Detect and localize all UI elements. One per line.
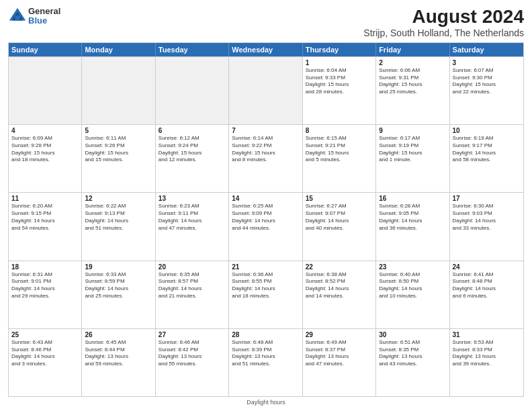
cal-cell: 20Sunrise: 6:35 AM Sunset: 8:57 PM Dayli… <box>156 261 229 328</box>
cell-info: Sunrise: 6:48 AM Sunset: 8:39 PM Dayligh… <box>232 339 299 368</box>
cell-info: Sunrise: 6:40 AM Sunset: 8:50 PM Dayligh… <box>379 271 446 300</box>
cal-cell: 4Sunrise: 6:09 AM Sunset: 9:28 PM Daylig… <box>9 125 82 192</box>
cal-cell: 13Sunrise: 6:23 AM Sunset: 9:11 PM Dayli… <box>156 193 229 260</box>
cal-cell: 30Sunrise: 6:51 AM Sunset: 8:35 PM Dayli… <box>376 329 449 396</box>
cell-info: Sunrise: 6:53 AM Sunset: 8:33 PM Dayligh… <box>453 339 521 368</box>
day-number: 31 <box>453 331 521 338</box>
cell-info: Sunrise: 6:25 AM Sunset: 9:09 PM Dayligh… <box>232 203 299 232</box>
cal-cell: 11Sunrise: 6:20 AM Sunset: 9:15 PM Dayli… <box>9 193 82 260</box>
day-number: 11 <box>11 195 79 202</box>
day-number: 24 <box>453 263 521 271</box>
cell-info: Sunrise: 6:51 AM Sunset: 8:35 PM Dayligh… <box>379 339 446 368</box>
cell-info: Sunrise: 6:35 AM Sunset: 8:57 PM Dayligh… <box>159 271 226 300</box>
footer-note: Daylight hours <box>8 399 524 406</box>
cell-info: Sunrise: 6:31 AM Sunset: 9:01 PM Dayligh… <box>11 271 79 300</box>
logo-icon <box>8 7 27 26</box>
day-number: 12 <box>85 195 152 202</box>
cal-cell: 27Sunrise: 6:46 AM Sunset: 8:42 PM Dayli… <box>156 329 229 396</box>
cal-cell: 19Sunrise: 6:33 AM Sunset: 8:59 PM Dayli… <box>82 261 155 328</box>
page: General Blue August 2024 Strijp, South H… <box>0 0 532 411</box>
cell-info: Sunrise: 6:04 AM Sunset: 9:33 PM Dayligh… <box>306 67 373 96</box>
cal-cell: 23Sunrise: 6:40 AM Sunset: 8:50 PM Dayli… <box>376 261 449 328</box>
page-title: August 2024 <box>363 7 524 28</box>
cal-cell: 12Sunrise: 6:22 AM Sunset: 9:13 PM Dayli… <box>82 193 155 260</box>
cal-cell: 17Sunrise: 6:30 AM Sunset: 9:03 PM Dayli… <box>450 193 523 260</box>
cell-info: Sunrise: 6:11 AM Sunset: 9:26 PM Dayligh… <box>85 135 152 164</box>
day-number: 20 <box>159 263 226 271</box>
cal-cell: 10Sunrise: 6:19 AM Sunset: 9:17 PM Dayli… <box>450 125 523 192</box>
cal-cell: 2Sunrise: 6:06 AM Sunset: 9:31 PM Daylig… <box>376 57 449 124</box>
day-number: 10 <box>453 127 521 134</box>
cal-cell: 7Sunrise: 6:14 AM Sunset: 9:22 PM Daylig… <box>229 125 302 192</box>
cal-cell: 18Sunrise: 6:31 AM Sunset: 9:01 PM Dayli… <box>9 261 82 328</box>
day-number: 27 <box>159 331 226 338</box>
cell-info: Sunrise: 6:23 AM Sunset: 9:11 PM Dayligh… <box>159 203 226 232</box>
cell-info: Sunrise: 6:06 AM Sunset: 9:31 PM Dayligh… <box>379 67 446 96</box>
day-number: 16 <box>379 195 446 202</box>
day-number: 26 <box>85 331 152 338</box>
cell-info: Sunrise: 6:14 AM Sunset: 9:22 PM Dayligh… <box>232 135 299 164</box>
day-number: 3 <box>453 59 521 66</box>
cell-info: Sunrise: 6:41 AM Sunset: 8:48 PM Dayligh… <box>453 271 521 300</box>
cal-cell: 31Sunrise: 6:53 AM Sunset: 8:33 PM Dayli… <box>450 329 523 396</box>
cal-row-1: 4Sunrise: 6:09 AM Sunset: 9:28 PM Daylig… <box>9 124 523 192</box>
header: General Blue August 2024 Strijp, South H… <box>8 7 524 38</box>
calendar-body: 1Sunrise: 6:04 AM Sunset: 9:33 PM Daylig… <box>9 56 523 396</box>
cell-info: Sunrise: 6:28 AM Sunset: 9:05 PM Dayligh… <box>379 203 446 232</box>
cell-info: Sunrise: 6:19 AM Sunset: 9:17 PM Dayligh… <box>453 135 521 164</box>
day-number: 25 <box>11 331 79 338</box>
cal-cell: 9Sunrise: 6:17 AM Sunset: 9:19 PM Daylig… <box>376 125 449 192</box>
cal-cell: 24Sunrise: 6:41 AM Sunset: 8:48 PM Dayli… <box>450 261 523 328</box>
cal-cell: 29Sunrise: 6:49 AM Sunset: 8:37 PM Dayli… <box>303 329 376 396</box>
title-block: August 2024 Strijp, South Holland, The N… <box>363 7 524 38</box>
day-number: 5 <box>85 127 152 134</box>
cal-header-cell-tuesday: Tuesday <box>156 43 229 56</box>
day-number: 21 <box>232 263 299 271</box>
cal-cell: 6Sunrise: 6:12 AM Sunset: 9:24 PM Daylig… <box>156 125 229 192</box>
cal-header-cell-sunday: Sunday <box>9 43 82 56</box>
cell-info: Sunrise: 6:36 AM Sunset: 8:55 PM Dayligh… <box>232 271 299 300</box>
logo-text: General Blue <box>28 7 60 26</box>
cal-cell: 14Sunrise: 6:25 AM Sunset: 9:09 PM Dayli… <box>229 193 302 260</box>
logo-line1: General <box>28 7 60 16</box>
day-number: 19 <box>85 263 152 271</box>
cell-info: Sunrise: 6:12 AM Sunset: 9:24 PM Dayligh… <box>159 135 226 164</box>
day-number: 23 <box>379 263 446 271</box>
cal-cell <box>9 57 82 124</box>
svg-rect-2 <box>15 15 19 20</box>
cal-header-cell-thursday: Thursday <box>303 43 376 56</box>
day-number: 13 <box>159 195 226 202</box>
cell-info: Sunrise: 6:27 AM Sunset: 9:07 PM Dayligh… <box>306 203 373 232</box>
day-number: 29 <box>306 331 373 338</box>
cal-cell: 16Sunrise: 6:28 AM Sunset: 9:05 PM Dayli… <box>376 193 449 260</box>
cal-cell: 28Sunrise: 6:48 AM Sunset: 8:39 PM Dayli… <box>229 329 302 396</box>
day-number: 22 <box>306 263 373 271</box>
day-number: 28 <box>232 331 299 338</box>
cell-info: Sunrise: 6:09 AM Sunset: 9:28 PM Dayligh… <box>11 135 79 164</box>
day-number: 6 <box>159 127 226 134</box>
cal-cell <box>156 57 229 124</box>
day-number: 7 <box>232 127 299 134</box>
cal-header-cell-monday: Monday <box>82 43 155 56</box>
cell-info: Sunrise: 6:15 AM Sunset: 9:21 PM Dayligh… <box>306 135 373 164</box>
cell-info: Sunrise: 6:43 AM Sunset: 8:46 PM Dayligh… <box>11 339 79 368</box>
cal-cell <box>82 57 155 124</box>
page-subtitle: Strijp, South Holland, The Netherlands <box>363 28 524 38</box>
cal-cell: 5Sunrise: 6:11 AM Sunset: 9:26 PM Daylig… <box>82 125 155 192</box>
day-number: 14 <box>232 195 299 202</box>
cal-cell: 26Sunrise: 6:45 AM Sunset: 8:44 PM Dayli… <box>82 329 155 396</box>
cell-info: Sunrise: 6:49 AM Sunset: 8:37 PM Dayligh… <box>306 339 373 368</box>
day-number: 30 <box>379 331 446 338</box>
calendar: SundayMondayTuesdayWednesdayThursdayFrid… <box>8 42 524 397</box>
cell-info: Sunrise: 6:20 AM Sunset: 9:15 PM Dayligh… <box>11 203 79 232</box>
cal-row-2: 11Sunrise: 6:20 AM Sunset: 9:15 PM Dayli… <box>9 192 523 260</box>
cal-header-cell-friday: Friday <box>376 43 449 56</box>
cal-cell: 21Sunrise: 6:36 AM Sunset: 8:55 PM Dayli… <box>229 261 302 328</box>
day-number: 2 <box>379 59 446 66</box>
cal-cell: 1Sunrise: 6:04 AM Sunset: 9:33 PM Daylig… <box>303 57 376 124</box>
day-number: 1 <box>306 59 373 66</box>
cal-cell <box>229 57 302 124</box>
cell-info: Sunrise: 6:22 AM Sunset: 9:13 PM Dayligh… <box>85 203 152 232</box>
cell-info: Sunrise: 6:46 AM Sunset: 8:42 PM Dayligh… <box>159 339 226 368</box>
cell-info: Sunrise: 6:45 AM Sunset: 8:44 PM Dayligh… <box>85 339 152 368</box>
